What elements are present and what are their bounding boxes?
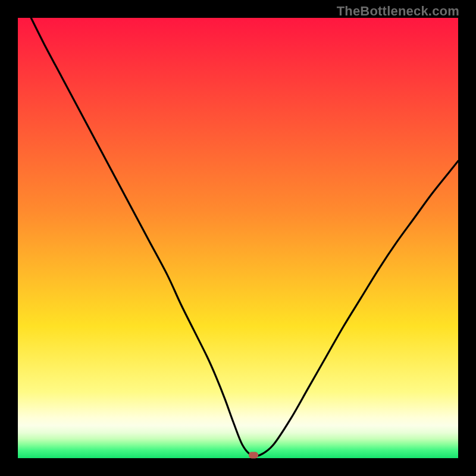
bottleneck-curve	[18, 18, 458, 458]
watermark-text: TheBottleneck.com	[337, 4, 459, 19]
optimal-point-marker	[249, 452, 258, 458]
plot-area	[18, 18, 458, 458]
chart-stage: TheBottleneck.com	[0, 0, 476, 476]
